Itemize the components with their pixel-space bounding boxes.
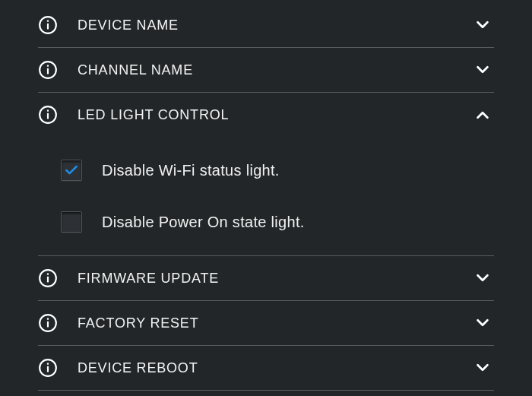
row-device-reboot[interactable]: DEVICE REBOOT [38, 346, 494, 391]
svg-rect-4 [47, 68, 49, 74]
chevron-down-icon [471, 356, 494, 379]
info-icon [38, 60, 58, 80]
row-label: FIRMWARE UPDATE [78, 271, 471, 287]
svg-rect-11 [47, 274, 49, 275]
chevron-down-icon [471, 59, 494, 81]
option-disable-power-light[interactable]: Disable Power On state light. [61, 211, 494, 233]
checkbox-unchecked-icon [61, 211, 82, 233]
settings-list: DEVICE NAME CHANNEL NAME LED LIGHT CONTR… [0, 0, 532, 396]
svg-rect-17 [47, 363, 49, 365]
chevron-down-icon [471, 267, 494, 290]
row-partial[interactable] [38, 391, 494, 396]
row-label: FACTORY RESET [78, 315, 471, 331]
chevron-down-icon [471, 312, 494, 334]
row-label: LED LIGHT CONTROL [78, 107, 471, 123]
info-icon [38, 358, 58, 378]
svg-rect-5 [47, 65, 49, 67]
info-icon [38, 268, 58, 288]
row-firmware-update[interactable]: FIRMWARE UPDATE [38, 256, 494, 301]
row-factory-reset[interactable]: FACTORY RESET [38, 301, 494, 346]
row-channel-name[interactable]: CHANNEL NAME [38, 48, 494, 93]
checkbox-checked-icon [61, 160, 82, 181]
svg-rect-14 [47, 318, 49, 320]
svg-rect-10 [47, 277, 49, 283]
svg-rect-7 [47, 113, 49, 119]
svg-rect-1 [47, 24, 49, 30]
svg-rect-13 [47, 322, 49, 328]
info-icon [38, 105, 58, 125]
row-label: DEVICE REBOOT [78, 360, 471, 376]
row-led-light-control[interactable]: LED LIGHT CONTROL [38, 93, 494, 137]
led-light-control-panel: Disable Wi-Fi status light. Disable Powe… [38, 137, 494, 256]
row-device-name[interactable]: DEVICE NAME [38, 0, 494, 48]
chevron-down-icon [471, 14, 494, 36]
chevron-up-icon [471, 103, 494, 126]
info-icon [38, 313, 58, 333]
option-label: Disable Wi-Fi status light. [102, 162, 280, 179]
info-icon [38, 15, 58, 35]
row-label: DEVICE NAME [78, 17, 471, 33]
row-label: CHANNEL NAME [78, 62, 471, 78]
svg-rect-16 [47, 366, 49, 372]
svg-rect-8 [47, 110, 49, 112]
option-disable-wifi-light[interactable]: Disable Wi-Fi status light. [61, 160, 494, 181]
svg-rect-2 [47, 21, 49, 22]
option-label: Disable Power On state light. [102, 214, 305, 231]
